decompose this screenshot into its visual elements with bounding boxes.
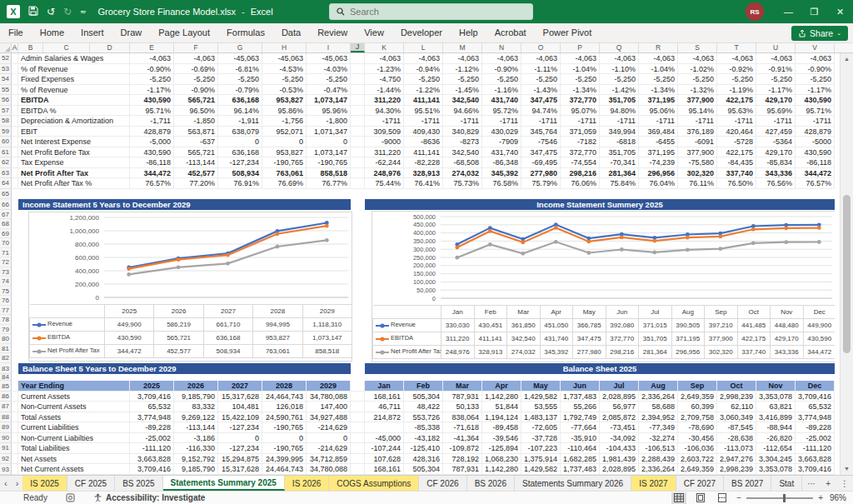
cell[interactable]: 2,998,239 [717, 392, 756, 402]
cell[interactable]: -5,250 [717, 74, 756, 85]
normal-view-icon[interactable] [671, 492, 686, 504]
sheet-tab-cf-2027[interactable]: CF 2027 [676, 476, 724, 491]
cell[interactable]: -214,629 [307, 443, 351, 454]
row-number[interactable]: 83 [0, 363, 12, 374]
cell[interactable]: 2028 [262, 381, 307, 392]
cell[interactable]: 95.63% [717, 106, 756, 117]
cell[interactable]: 277,980 [521, 168, 561, 179]
cell[interactable]: -74,239 [639, 157, 678, 168]
cell[interactable]: 377,900 [678, 147, 717, 158]
cell[interactable]: -0.90% [482, 64, 521, 75]
row-number[interactable]: 53 [0, 64, 12, 75]
cell[interactable]: -190,765 [307, 157, 351, 168]
cell[interactable]: -1,911 [218, 116, 262, 127]
sheet-menu-icon[interactable]: ⋮ [836, 476, 853, 491]
sheet-tab-cf-2026[interactable]: CF 2026 [419, 476, 466, 491]
cell[interactable]: -5,250 [482, 74, 521, 85]
cell[interactable]: -1711 [521, 116, 561, 127]
cell[interactable] [12, 147, 18, 158]
cell[interactable]: Net Assets [18, 454, 130, 465]
zoom-slider[interactable]: − + [736, 493, 823, 502]
cell[interactable]: 343,336 [756, 168, 796, 179]
cell[interactable]: -1.43% [521, 85, 561, 96]
cell[interactable]: 48,422 [404, 402, 443, 412]
cell[interactable]: 0 [218, 137, 262, 147]
row-number[interactable]: 63 [0, 168, 12, 179]
row-number[interactable]: 64 [0, 178, 12, 189]
row-number[interactable]: 59 [0, 127, 12, 137]
row-number[interactable]: 93 [0, 464, 12, 475]
cell[interactable]: 3,774,948 [796, 412, 835, 423]
cell[interactable]: 34,780,088 [307, 392, 351, 402]
row-number[interactable]: 77 [0, 306, 11, 316]
cell[interactable]: 422,175 [717, 147, 756, 158]
cell[interactable]: -1711 [717, 116, 756, 127]
cell[interactable]: 422,175 [717, 95, 756, 106]
cell[interactable]: -0.69% [174, 64, 218, 75]
cell[interactable]: -68,508 [443, 157, 482, 168]
cell[interactable]: -32,274 [639, 433, 678, 444]
cell[interactable]: -1,850 [174, 116, 218, 127]
cell[interactable]: 3,416,899 [756, 412, 796, 423]
cell[interactable] [351, 127, 365, 137]
cell[interactable]: 430,590 [130, 95, 174, 106]
row-number[interactable]: 68 [0, 219, 11, 229]
restore-button[interactable]: ❐ [801, 0, 827, 23]
cell[interactable]: -89,458 [482, 422, 521, 433]
row-number[interactable]: 88 [0, 412, 12, 423]
ribbon-tab-draw[interactable]: Draw [112, 23, 151, 42]
cell[interactable]: -4.03% [307, 64, 351, 75]
cell[interactable]: Admin Salaries & Wages [18, 53, 130, 64]
cell[interactable]: 345,392 [482, 168, 521, 179]
cell[interactable]: -25,002 [130, 433, 174, 444]
cell[interactable]: 296,956 [639, 168, 678, 179]
cell[interactable] [12, 392, 18, 402]
column-header-F[interactable]: F [174, 43, 218, 52]
cell[interactable]: 65,532 [130, 402, 174, 412]
cell[interactable]: 311,220 [365, 147, 404, 158]
cell[interactable]: 76.77% [307, 178, 351, 189]
cell[interactable]: 50,133 [443, 402, 482, 412]
cell[interactable]: 347,475 [521, 95, 561, 106]
cell[interactable]: 638,079 [218, 127, 262, 137]
cell[interactable]: 428,316 [404, 454, 443, 465]
cell[interactable]: 95.71% [796, 106, 835, 117]
cell[interactable]: 55,266 [561, 402, 600, 412]
cell[interactable]: -1711 [365, 116, 404, 127]
cell[interactable]: -125,894 [482, 443, 521, 454]
cell[interactable]: -4,063 [796, 53, 835, 64]
vertical-scrollbar[interactable]: ▲ ▼ [840, 53, 853, 475]
cell[interactable]: -127,234 [218, 157, 262, 168]
cell[interactable]: 2,336,264 [639, 392, 678, 402]
cell[interactable]: Tax Expense [18, 157, 130, 168]
column-header-J[interactable]: J [351, 43, 365, 52]
chart-income-5yr[interactable]: 0200,000400,000600,000800,0001,000,0001,… [28, 212, 352, 362]
cell[interactable] [351, 454, 365, 465]
close-button[interactable]: ✕ [827, 0, 853, 23]
cell[interactable]: 337,740 [717, 168, 756, 179]
row-number[interactable]: 84 [0, 374, 12, 381]
column-header-U[interactable]: U [756, 43, 796, 52]
cell[interactable] [12, 53, 18, 64]
cell[interactable]: Nov [756, 381, 796, 392]
cell[interactable]: 1,071,347 [307, 127, 351, 137]
column-header-S[interactable]: S [678, 43, 717, 52]
cell[interactable]: -1.16% [482, 85, 521, 96]
cell[interactable] [351, 412, 365, 423]
column-header-V[interactable]: V [796, 43, 835, 52]
cell[interactable]: -112,654 [756, 443, 796, 454]
cell[interactable] [12, 454, 18, 465]
cell[interactable]: -41,364 [443, 433, 482, 444]
row-number[interactable]: 89 [0, 422, 12, 433]
cell[interactable]: 429,170 [756, 95, 796, 106]
cell[interactable]: 1,375,914 [521, 454, 561, 465]
cell[interactable]: -111,120 [130, 443, 174, 454]
row-number[interactable]: 91 [0, 443, 12, 454]
search-input[interactable] [350, 7, 500, 17]
cell[interactable]: -190,765 [262, 422, 307, 433]
column-header-T[interactable]: T [717, 43, 756, 52]
cell[interactable]: 2,028,895 [600, 464, 639, 475]
cell[interactable]: Dec [796, 381, 835, 392]
cell[interactable]: -5,250 [130, 74, 174, 85]
cell[interactable]: 376,189 [678, 127, 717, 137]
